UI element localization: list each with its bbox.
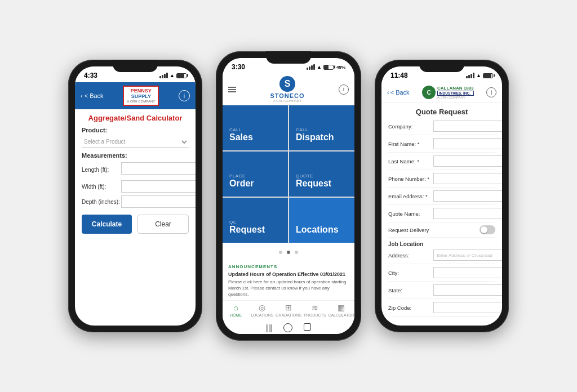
home-bar-circle[interactable] bbox=[283, 323, 292, 332]
tile-locations-title: Locations bbox=[296, 225, 348, 235]
p3-firstname-input[interactable] bbox=[433, 138, 502, 149]
tile-place-order[interactable]: PLACE Order bbox=[223, 152, 288, 197]
p3-company-input[interactable] bbox=[433, 121, 502, 132]
signal-bar-2 bbox=[162, 75, 163, 78]
s2-bar2 bbox=[309, 66, 310, 70]
phone-callanan: 11:48 ▲ ‹ < B bbox=[375, 60, 509, 332]
home-bar-lines: ||| bbox=[266, 323, 272, 332]
callanan-logo: C CALLANAN 1883 INDUSTRIES, INC. A CRH C… bbox=[422, 86, 473, 99]
p3-form-content: Quote Request Company: First Name: * Las… bbox=[381, 103, 502, 323]
p3-job-location-title: Job Location bbox=[388, 241, 495, 247]
p3-zip-input[interactable] bbox=[433, 302, 502, 313]
s3-bar1 bbox=[466, 76, 468, 78]
p3-quote-title: Quote Request bbox=[388, 108, 495, 116]
p3-back-label: < Back bbox=[390, 89, 410, 96]
scene: 4:33 ▲ ‹ < Ba bbox=[57, 40, 520, 352]
tile-place-title: Order bbox=[229, 179, 281, 189]
p3-email-input[interactable] bbox=[433, 190, 502, 202]
calculate-button[interactable]: Calculate bbox=[82, 215, 132, 234]
p1-length-input[interactable] bbox=[121, 162, 196, 175]
stoneco-crh: A CRH COMPANY bbox=[270, 99, 304, 103]
p3-zip-label: Zip Code: bbox=[388, 305, 433, 311]
p1-product-label: Product: bbox=[82, 127, 189, 133]
nav-home[interactable]: ⌂ HOME bbox=[223, 303, 249, 317]
p3-back-button[interactable]: ‹ < Back bbox=[387, 89, 410, 96]
phone-pennsy: 4:33 ▲ ‹ < Ba bbox=[68, 60, 202, 332]
callanan-logo-text: CALLANAN 1883 INDUSTRIES, INC. A CRH COM… bbox=[437, 86, 473, 99]
products-icon: ≋ bbox=[312, 303, 318, 312]
battery-fill-1 bbox=[177, 74, 184, 78]
status-icons-1: ▲ bbox=[159, 73, 187, 78]
p2-info-button[interactable]: i bbox=[339, 84, 349, 95]
p3-header: ‹ < Back C CALLANAN 1883 INDUSTRIES, INC… bbox=[381, 82, 502, 103]
gradations-icon: ⊞ bbox=[285, 303, 292, 312]
announcements-body1: Please click here for an updated hours o… bbox=[228, 279, 349, 298]
s2-bar1 bbox=[307, 68, 308, 70]
menu-line-3 bbox=[228, 91, 236, 92]
tile-call-dispatch[interactable]: CALL Dispatch bbox=[289, 105, 354, 150]
p3-city-label: City: bbox=[388, 270, 433, 276]
clear-button[interactable]: Clear bbox=[137, 215, 189, 234]
wifi-icon-3: ▲ bbox=[476, 73, 481, 78]
signal-icon-1 bbox=[159, 73, 168, 78]
p3-city-input[interactable] bbox=[433, 267, 502, 278]
p3-delivery-toggle[interactable] bbox=[480, 225, 495, 234]
tile-qc-request[interactable]: QC Request bbox=[223, 198, 288, 243]
stoneco-name: STONECO bbox=[270, 92, 304, 99]
signal-bar-3 bbox=[164, 74, 166, 78]
p3-firstname-label: First Name: * bbox=[388, 141, 433, 147]
tile-quote-title: Request bbox=[296, 179, 348, 189]
p3-lastname-input[interactable] bbox=[433, 155, 502, 167]
home-bar-square bbox=[304, 323, 311, 331]
p3-phone-input[interactable] bbox=[433, 173, 502, 184]
tile-quote-request[interactable]: QUOTE Request bbox=[289, 152, 354, 197]
battery-icon-2 bbox=[323, 65, 334, 70]
calculator-icon: ▦ bbox=[338, 303, 345, 312]
menu-line-2 bbox=[228, 89, 236, 90]
p3-company-row: Company: bbox=[388, 121, 495, 135]
p1-width-input[interactable] bbox=[121, 180, 196, 193]
p2-carousel-dots bbox=[223, 243, 354, 260]
s3-bar2 bbox=[468, 75, 470, 78]
p2-menu-button[interactable] bbox=[228, 87, 236, 92]
p3-lastname-label: Last Name: * bbox=[388, 158, 433, 164]
p3-state-label: State: bbox=[388, 287, 433, 293]
p1-width-label: Width (ft): bbox=[82, 184, 121, 190]
p3-quotename-input[interactable] bbox=[433, 208, 502, 219]
p1-content: Aggregate/Sand Calculator Product: Selec… bbox=[75, 109, 196, 238]
status-icons-3: ▲ bbox=[466, 73, 493, 78]
p2-announcements: ANNOUNCEMENTS Updated Hours of Operation… bbox=[223, 260, 354, 300]
p1-depth-input[interactable] bbox=[121, 195, 196, 208]
wifi-icon-2: ▲ bbox=[317, 64, 322, 70]
p3-info-button[interactable]: i bbox=[486, 87, 496, 97]
tile-call-sales[interactable]: CALL Sales bbox=[223, 105, 288, 150]
p3-address-input[interactable] bbox=[433, 250, 502, 261]
info-circle-2: i bbox=[339, 84, 349, 95]
tile-call-dispatch-label: CALL bbox=[296, 127, 348, 132]
s3-bar3 bbox=[471, 74, 472, 78]
p3-phone-label: Phone Number: * bbox=[388, 176, 433, 182]
nav-calculator[interactable]: ▦ CALCULATOR bbox=[328, 303, 354, 317]
battery-icon-1 bbox=[176, 73, 187, 78]
tile-locations[interactable]: Locations bbox=[289, 198, 354, 243]
stoneco-logo: S STONECO A CRH COMPANY bbox=[270, 76, 304, 103]
nav-products[interactable]: ≋ PRODUCTS bbox=[301, 303, 328, 317]
p3-chevron: ‹ bbox=[387, 89, 389, 96]
callanan-c-circle: C bbox=[422, 86, 436, 99]
p1-info-button[interactable]: i bbox=[179, 90, 190, 101]
p2-home-bar: ||| bbox=[223, 320, 354, 334]
p1-back-button[interactable]: ‹ < Back bbox=[81, 92, 104, 99]
nav-gradations[interactable]: ⊞ GRADATIONS bbox=[276, 303, 302, 317]
p1-calculator-title: Aggregate/Sand Calculator bbox=[82, 114, 189, 122]
p3-state-input[interactable] bbox=[433, 284, 502, 296]
p1-product-select[interactable]: Select a Product bbox=[82, 136, 189, 148]
dot-2 bbox=[287, 251, 290, 254]
p3-firstname-row: First Name: * bbox=[388, 138, 495, 153]
p1-header: ‹ < Back PENNSY SUPPLY A CRH COMPANY i bbox=[75, 82, 196, 109]
notch-2 bbox=[266, 51, 311, 64]
signal-icon-3 bbox=[466, 73, 474, 78]
nav-locations[interactable]: ◎ LOCATIONS bbox=[249, 303, 276, 317]
tile-call-dispatch-title: Dispatch bbox=[296, 132, 348, 142]
s3-bar4 bbox=[473, 73, 474, 78]
p1-width-field: Width (ft): bbox=[82, 180, 189, 193]
